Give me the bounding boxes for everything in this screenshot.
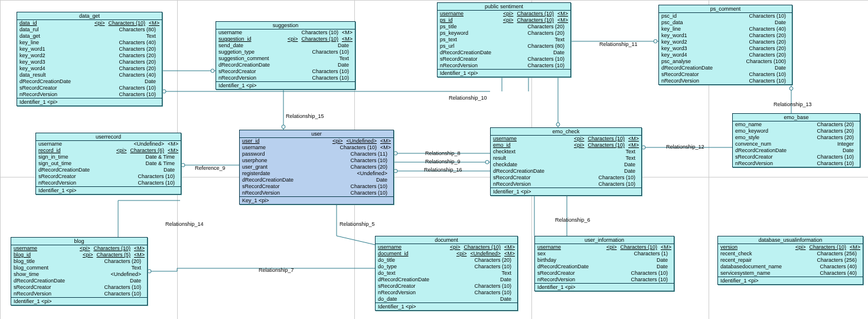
entity-attribute-row: registerdate<Undefined> (240, 170, 393, 177)
attr-type: Date (145, 78, 156, 85)
entity-attribute-row: emo_nameCharacters (20) (733, 121, 860, 128)
attr-pi: <pi> (450, 244, 461, 251)
attr-mandatory: <M> (134, 252, 145, 258)
entity-title: document (376, 236, 517, 244)
attr-type: Characters (10) (631, 277, 668, 283)
attr-type: Date (338, 42, 349, 49)
entity-attribute-row: sRecordCreatorCharacters (10) (733, 154, 860, 160)
attr-name: username (440, 11, 500, 17)
attr-name: do_type (378, 264, 467, 270)
attr-type: Characters (256) (817, 251, 857, 257)
entity-attribute-row: birthdayDate (535, 257, 674, 264)
entity-attribute-row: sRecordCreatorCharacters (10) (17, 85, 162, 91)
entity-attribute-row: sign_out_timeDate & Time (36, 160, 181, 167)
entity-userrecord[interactable]: userrecordusername<Undefined><M>record_i… (35, 133, 181, 195)
entity-identifier: Identifier_1 <pi> (718, 277, 863, 284)
attr-name: sRecordCreator (38, 173, 130, 180)
attr-type: Characters (10) (598, 181, 635, 188)
attr-name: recent_repair (720, 257, 810, 264)
attr-name: key_line (19, 40, 112, 46)
attr-type: <Undefined> (470, 251, 501, 257)
attr-name: psc_analyse (661, 58, 739, 65)
attr-type: Characters (80) (527, 43, 564, 50)
attr-name: suggetion_type (218, 49, 305, 55)
entity-title: emo_base (733, 114, 860, 121)
attr-pi: <pi> (503, 11, 514, 17)
entity-attribute-row: sexCharacters (1) (535, 251, 674, 257)
attr-type: Characters (10) (631, 270, 668, 277)
attr-pi: <pi> (503, 17, 514, 24)
attr-type: Characters (10) (464, 244, 501, 251)
attr-type: Characters (40) (119, 72, 156, 78)
attr-type: Characters (10) (350, 190, 387, 196)
attr-type: Integer (837, 141, 854, 147)
entity-attribute-row: recent_checkCharacters (256) (718, 251, 863, 257)
entity-body: username<pi>Characters (10)<M>ps_id<pi>C… (438, 11, 570, 69)
attr-type: Characters (11) (350, 151, 387, 157)
svg-point-15 (394, 152, 397, 155)
entity-attribute-row: dRecordCreationDateDate (376, 277, 517, 283)
relationship-label: Relationship_7 (259, 267, 294, 273)
entity-attribute-row: emo_id<pi>Characters (10)<M> (491, 142, 641, 149)
entity-attribute-row: data_id<pi>Characters (10)<M> (17, 20, 162, 27)
attr-type: Characters (20) (749, 39, 786, 45)
entity-attribute-row: nRecordVersionCharacters (10) (216, 75, 355, 81)
entity-attribute-row: nRecordVersionCharacters (10) (11, 291, 147, 297)
attr-type: Date (553, 50, 564, 56)
entity-user[interactable]: useruser_id<pi><Undefined><M>usernameCha… (239, 130, 394, 205)
entity-attribute-row: key_word1Characters (20) (17, 46, 162, 52)
svg-point-17 (485, 160, 489, 164)
attr-type: Characters (10) (104, 291, 141, 297)
entity-blog[interactable]: blogusername<pi>Characters (10)<M>blog_i… (11, 237, 148, 305)
attr-type: Characters (20) (527, 30, 564, 37)
svg-line-20 (337, 236, 375, 245)
entity-attribute-row: psc_idCharacters (10) (659, 13, 792, 19)
entity-body: username<pi>Characters (10)<M>blog_id<pi… (11, 245, 147, 297)
entity-database_usualinformation[interactable]: database_usualinformationversion<pi>Char… (717, 236, 863, 285)
svg-point-1 (162, 90, 166, 93)
attr-pi: <pi> (332, 138, 343, 144)
entity-attribute-row: suggestion_id<pi>Characters (10)<M> (216, 36, 355, 42)
attr-name: sRecordCreator (493, 175, 591, 181)
entity-data_get[interactable]: data_getdata_id<pi>Characters (10)<M>dat… (17, 12, 162, 106)
entity-body: username<pi>Characters (10)<M>sexCharact… (535, 244, 674, 283)
entity-attribute-row: usernameCharacters (10)<M> (240, 144, 393, 151)
entity-document[interactable]: documentusername<pi>Characters (10)<M>do… (375, 236, 518, 311)
entity-attribute-row: dRecordCreationDateDate (535, 264, 674, 270)
attr-name: data_get (19, 33, 139, 40)
entity-attribute-row: nRecordVersionCharacters (10) (491, 181, 641, 188)
entity-body: username<pi>Characters (10)<M>document_i… (376, 244, 517, 302)
attr-type: Characters (20) (119, 65, 156, 72)
entity-attribute-row: checkdateDate (491, 162, 641, 168)
entity-user_information[interactable]: user_informationusername<pi>Characters (… (534, 236, 674, 291)
entity-emo_check[interactable]: emo_checkusername<pi>Characters (10)<M>e… (490, 127, 642, 196)
entity-public_sentiment[interactable]: public sentimentusername<pi>Characters (… (437, 2, 571, 77)
attr-name: nRecordVersion (378, 290, 467, 296)
entity-title: public sentiment (438, 3, 570, 11)
attr-name: dRecordCreationDate (735, 147, 836, 154)
entity-attribute-row: psc_dataDate (659, 19, 792, 26)
entity-emo_base[interactable]: emo_baseemo_nameCharacters (20)emo_keywo… (732, 113, 860, 167)
attr-type: Characters (20) (104, 258, 141, 265)
entity-attribute-row: username<pi>Characters (10)<M> (491, 136, 641, 142)
entity-attribute-row: nRecordVersionCharacters (10) (733, 160, 860, 167)
entity-identifier: Identifier_1 <pi> (376, 302, 517, 310)
entity-suggestion[interactable]: suggestionusernameCharacters (10)<M>sugg… (216, 21, 355, 90)
entity-ps_comment[interactable]: ps_commentpsc_idCharacters (10)psc_dataD… (658, 5, 792, 85)
entity-identifier: Identifier_1 <pi> (216, 81, 355, 89)
entity-attribute-row: passwordCharacters (11) (240, 151, 393, 157)
attr-mandatory: <M> (504, 251, 515, 257)
relationship-label: Relationship_9 (425, 159, 461, 165)
attr-type: Characters (40) (820, 264, 857, 270)
entity-attribute-row: sRecordCreatorCharacters (10) (240, 183, 393, 190)
attr-type: Characters (10) (809, 244, 846, 251)
entity-title: user (240, 130, 393, 138)
attr-type: Characters (10) (350, 183, 387, 190)
entity-attribute-row: username<pi>Characters (10)<M> (438, 11, 570, 17)
attr-mandatory: <M> (342, 29, 353, 36)
attr-type: Characters (256) (817, 257, 857, 264)
attr-mandatory: <M> (557, 11, 568, 17)
entity-attribute-row: nRecordVersionCharacters (10) (17, 91, 162, 98)
attr-type: Date (657, 264, 668, 270)
attr-name: key_word1 (19, 46, 112, 52)
